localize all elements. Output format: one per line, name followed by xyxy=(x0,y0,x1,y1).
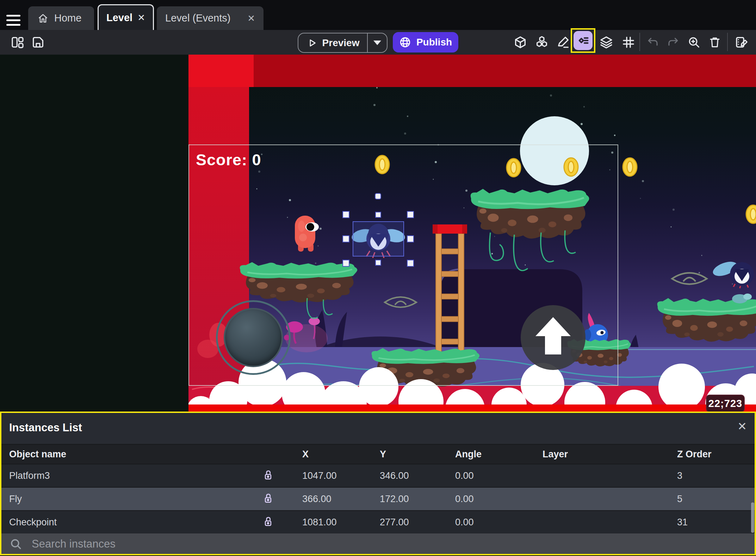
instance-angle: 0.00 xyxy=(455,494,474,505)
instance-z-order: 5 xyxy=(677,494,682,505)
objects-panel-button[interactable] xyxy=(512,34,529,51)
edit-pencil-button[interactable] xyxy=(555,34,572,51)
selection-handle-ne[interactable] xyxy=(407,211,414,218)
search-input[interactable] xyxy=(31,537,667,551)
selection-handle-nw[interactable] xyxy=(342,211,349,218)
rotation-handle[interactable] xyxy=(375,193,381,199)
scene-events-edit-button[interactable] xyxy=(733,34,750,51)
tab-home[interactable]: Home xyxy=(28,6,94,30)
instances-rows: Platform3 1047.00 346.00 0.00 3 Fly 366.… xyxy=(0,464,756,534)
search-bar xyxy=(0,533,756,555)
selection-handle-se[interactable] xyxy=(407,260,414,267)
instance-name: Fly xyxy=(9,494,22,505)
close-tab-icon[interactable]: ✕ xyxy=(247,14,255,23)
red-strip xyxy=(188,404,756,412)
column-header-z-order[interactable]: Z Order xyxy=(677,449,712,460)
instance-row[interactable]: Platform3 1047.00 346.00 0.00 3 xyxy=(0,464,756,487)
divider xyxy=(727,33,728,51)
instance-row[interactable]: Checkpoint 1081.00 277.00 0.00 31 xyxy=(0,511,756,533)
instance-name: Platform3 xyxy=(9,470,50,481)
redo-button[interactable] xyxy=(664,34,681,51)
column-header-x[interactable]: X xyxy=(302,449,309,460)
tab-level[interactable]: Level ✕ xyxy=(98,4,154,30)
red-wall-corner[interactable] xyxy=(188,55,254,87)
grid-button[interactable] xyxy=(620,34,637,51)
instances-list-icon xyxy=(576,34,590,47)
tab-label: Level xyxy=(106,12,132,24)
instance-name: Checkpoint xyxy=(9,517,57,528)
selection-handle-e[interactable] xyxy=(407,235,414,242)
selection-handle-sw[interactable] xyxy=(342,260,349,267)
instance-x: 1047.00 xyxy=(302,470,337,481)
save-button[interactable] xyxy=(30,34,47,51)
tab-level-events[interactable]: Level (Events) ✕ xyxy=(157,6,264,30)
panel-title-row: Instances List ✕ xyxy=(0,412,756,444)
play-icon xyxy=(307,37,317,49)
unlock-icon[interactable] xyxy=(262,515,274,529)
gdevelop-editor-window: Score: 0 22;723 Home Level ✕ Level (Even… xyxy=(0,0,756,556)
delete-button[interactable] xyxy=(706,34,723,51)
publish-button[interactable]: Publish xyxy=(393,32,458,52)
tab-label: Level (Events) xyxy=(165,12,230,24)
instances-list-panel: Instances List ✕ Object name X Y Angle L… xyxy=(0,412,756,556)
instance-angle: 0.00 xyxy=(455,517,474,528)
selection-handle-s[interactable] xyxy=(375,260,381,266)
main-menu-button[interactable] xyxy=(6,15,21,27)
divider xyxy=(639,33,640,51)
jump-button[interactable] xyxy=(521,305,585,370)
instance-x: 1081.00 xyxy=(302,517,337,528)
red-ceiling-wall[interactable] xyxy=(254,55,756,87)
search-icon xyxy=(10,538,22,550)
chevron-down-icon xyxy=(373,41,381,45)
tab-label: Home xyxy=(54,12,81,24)
close-panel-icon[interactable]: ✕ xyxy=(737,421,747,432)
preview-options-button[interactable] xyxy=(368,41,387,45)
zoom-in-button[interactable] xyxy=(686,34,702,51)
instance-y: 346.00 xyxy=(380,470,409,481)
scrollbar-thumb[interactable] xyxy=(751,502,754,533)
publish-label: Publish xyxy=(416,37,452,48)
instance-z-order: 31 xyxy=(677,517,688,528)
selection-handle-n[interactable] xyxy=(375,212,381,218)
object-groups-button[interactable] xyxy=(533,34,550,51)
instances-list-button[interactable] xyxy=(574,31,593,50)
column-header-y[interactable]: Y xyxy=(380,449,386,460)
preview-button[interactable]: Preview xyxy=(298,33,388,53)
instance-y: 172.00 xyxy=(380,494,409,505)
unlock-icon[interactable] xyxy=(262,469,274,482)
instance-y: 277.00 xyxy=(380,517,409,528)
selection-handle-w[interactable] xyxy=(342,235,349,242)
column-header-object-name[interactable]: Object name xyxy=(9,449,66,460)
layers-panel-button[interactable] xyxy=(598,34,615,51)
layout-panels-button[interactable] xyxy=(9,34,26,51)
instance-z-order: 3 xyxy=(677,470,682,481)
instance-angle: 0.00 xyxy=(455,470,474,481)
column-header-layer[interactable]: Layer xyxy=(543,449,568,460)
globe-icon xyxy=(399,36,411,48)
table-header-row: Object name X Y Angle Layer Z Order xyxy=(0,445,756,464)
score-text: Score: 0 xyxy=(196,151,261,169)
up-arrow-icon xyxy=(521,305,585,370)
unlock-icon[interactable] xyxy=(262,492,274,506)
instance-x: 366.00 xyxy=(302,494,331,505)
joystick-knob[interactable] xyxy=(224,308,283,367)
undo-button[interactable] xyxy=(645,34,662,51)
cursor-coordinates-badge: 22;723 xyxy=(706,395,745,412)
preview-label: Preview xyxy=(322,37,360,49)
instances-list-highlight xyxy=(571,28,595,53)
toolbar: Preview Publish xyxy=(0,30,756,55)
column-header-angle[interactable]: Angle xyxy=(455,449,482,460)
panel-title: Instances List xyxy=(9,421,82,434)
moon-sprite[interactable] xyxy=(520,116,589,185)
instance-row[interactable]: Fly 366.00 172.00 0.00 5 xyxy=(0,488,756,510)
home-icon xyxy=(37,13,49,24)
tab-bar: Home Level ✕ Level (Events) ✕ xyxy=(0,0,756,30)
close-tab-icon[interactable]: ✕ xyxy=(137,13,145,22)
selection-box[interactable] xyxy=(353,221,404,257)
